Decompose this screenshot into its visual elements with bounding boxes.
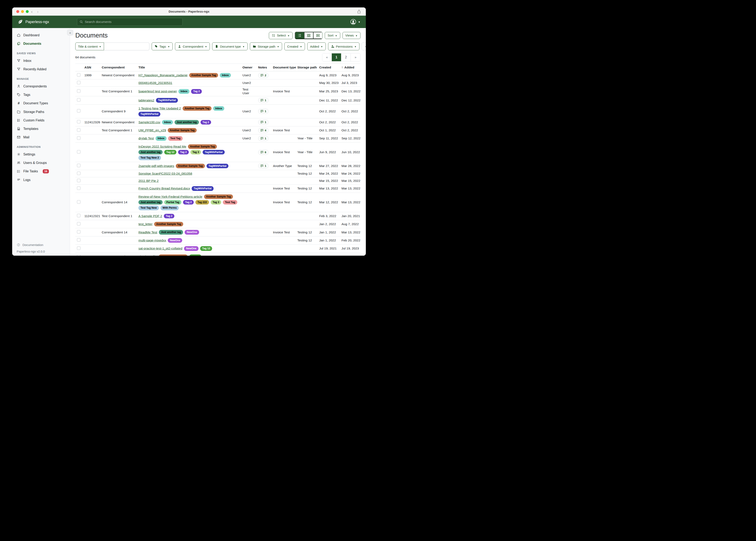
row-checkbox[interactable] <box>77 81 80 84</box>
sidebar-item-dashboard[interactable]: Dashboard <box>12 31 70 39</box>
notes-badge[interactable]: 1 <box>258 109 269 114</box>
sidebar-item-users-groups[interactable]: Users & Groups <box>12 159 70 167</box>
tag-chip[interactable]: Tag 2 <box>183 200 194 205</box>
title-content-search-input[interactable] <box>104 42 149 50</box>
forward-icon[interactable]: › <box>37 9 39 14</box>
row-checkbox[interactable] <box>77 164 80 167</box>
sidebar-item-document-types[interactable]: # Document Types <box>12 99 70 108</box>
document-title-link[interactable]: InDesign 2022 Scripting Read Me <box>138 145 186 149</box>
storage-path-filter-button[interactable]: Storage path ▼ <box>250 42 282 50</box>
document-title-link[interactable]: sat-practice-test-1_pt2-collated <box>138 247 182 250</box>
document-title-link[interactable]: A Sample PDF 2 <box>138 214 162 218</box>
tags-filter-button[interactable]: Tags ▼ <box>152 42 173 50</box>
row-checkbox[interactable] <box>77 186 80 190</box>
tag-chip[interactable]: Test Tag <box>168 136 183 141</box>
notes-badge[interactable]: 1 <box>258 120 269 125</box>
tag-chip[interactable]: Test Tag New 2 <box>138 156 161 160</box>
document-title-link[interactable]: 2011 BP Pie 2 <box>138 179 159 183</box>
document-title-link[interactable]: 1 Testing New Title Updated 2 <box>138 107 181 110</box>
app-logo[interactable]: Paperless-ngx <box>18 16 49 28</box>
tag-chip[interactable]: Inbox <box>178 89 189 94</box>
tag-chip[interactable]: NewOne <box>185 230 199 235</box>
tag-chip[interactable]: NewOne <box>168 238 182 243</box>
tag-chip[interactable]: With Perms <box>161 206 179 210</box>
sidebar-item-custom-fields[interactable]: Custom Fields <box>12 116 70 125</box>
sidebar-item-logs[interactable]: Logs <box>12 176 70 184</box>
document-title-link[interactable]: 2sample-pdf-with-images <box>138 164 174 168</box>
sidebar-item-documents[interactable]: Documents <box>12 39 70 48</box>
row-checkbox[interactable] <box>77 214 80 217</box>
document-title-link[interactable]: tablerates2 <box>138 99 154 102</box>
tag-chip[interactable]: Tag 2 <box>201 120 211 125</box>
row-checkbox[interactable] <box>77 89 80 93</box>
document-title-link[interactable]: multi-page-mixedxx <box>138 239 166 242</box>
sidebar-item-tags[interactable]: Tags <box>12 91 70 99</box>
documentation-link[interactable]: Documentation <box>12 241 70 249</box>
user-menu[interactable]: ▼ <box>350 19 360 25</box>
row-checkbox[interactable] <box>77 120 80 124</box>
tag-chip[interactable]: Inbox <box>220 73 231 78</box>
document-title-link[interactable]: Review-of-New-York-Federal-Petitions-art… <box>138 195 202 199</box>
header-owner[interactable]: Owner <box>241 64 256 71</box>
detail-view-button[interactable] <box>313 32 322 39</box>
share-icon[interactable] <box>357 9 361 14</box>
sidebar-collapse-button[interactable]: « <box>67 30 73 35</box>
correspondent-filter-button[interactable]: Correspondent ▼ <box>175 42 210 50</box>
tag-chip[interactable]: TagWithPartial <box>203 150 224 155</box>
tag-chip[interactable]: Another Sample Tag <box>154 222 183 227</box>
tag-chip[interactable]: Another Sample Tag <box>189 73 218 78</box>
header-title[interactable]: Title <box>137 64 241 71</box>
notes-badge[interactable]: 2 <box>258 73 269 78</box>
row-checkbox[interactable] <box>77 255 80 256</box>
sidebar-item-recently-added[interactable]: Recently Added <box>12 65 70 73</box>
tag-chip[interactable]: TagWithPartial <box>138 112 160 116</box>
reset-filters-button[interactable]: × Reset filters <box>362 42 366 50</box>
pagination-first[interactable]: « <box>322 53 332 61</box>
pagination-page-2[interactable]: 2 <box>341 53 351 61</box>
notes-badge[interactable]: 1 <box>258 98 269 103</box>
search-input[interactable] <box>85 20 180 24</box>
row-checkbox[interactable] <box>77 172 80 175</box>
row-checkbox[interactable] <box>77 109 80 113</box>
tag-chip[interactable]: TagWithPartial <box>156 98 178 103</box>
tag-chip[interactable]: Inbox <box>156 136 167 141</box>
header-added[interactable]: ↑Added <box>340 64 360 71</box>
sidebar-item-inbox[interactable]: Inbox <box>12 57 70 65</box>
document-title-link[interactable]: H7_Napoleon_Bonaparte_zadanie <box>138 73 188 77</box>
tag-chip[interactable]: Tag 2 <box>178 150 189 155</box>
tag-chip[interactable]: Another Sample Tag <box>176 164 205 168</box>
tag-chip[interactable]: Another Sample Tag <box>168 128 197 133</box>
pagination-last[interactable]: » <box>351 53 360 61</box>
tag-chip[interactable]: Test Tag <box>223 200 237 205</box>
row-checkbox[interactable] <box>77 200 80 204</box>
document-title-link[interactable]: Sonstige ScanPC2022 03-24_081058 <box>138 172 192 176</box>
document-title-link[interactable]: simple txt file <box>138 255 157 256</box>
tag-chip[interactable]: Partial Tag <box>164 200 181 205</box>
tag-chip[interactable]: Tag 2 <box>191 89 202 94</box>
row-checkbox[interactable] <box>77 230 80 234</box>
row-checkbox[interactable] <box>77 179 80 182</box>
document-title-link[interactable]: [paperless] test post-owner <box>138 90 177 93</box>
notes-badge[interactable]: 6 <box>258 150 269 155</box>
document-type-filter-button[interactable]: Document type ▼ <box>212 42 247 50</box>
row-checkbox[interactable] <box>77 150 80 154</box>
tag-chip[interactable]: Tag 2 <box>164 214 175 218</box>
header-document-type[interactable]: Document type <box>271 64 296 71</box>
permissions-filter-button[interactable]: Permissions ▼ <box>328 42 359 50</box>
tag-chip[interactable]: Another Sample Tag <box>159 255 188 256</box>
tag-chip[interactable]: TagWithPartial <box>207 164 228 168</box>
tag-chip[interactable]: Inbox <box>162 120 173 125</box>
row-checkbox[interactable] <box>77 222 80 226</box>
tag-chip[interactable]: Another Sample Tag <box>188 144 217 149</box>
document-title-link[interactable]: Sample100.csv <box>138 120 160 124</box>
title-content-dropdown[interactable]: Title & content ▼ <box>75 42 104 50</box>
header-storage-path[interactable]: Storage path <box>296 64 318 71</box>
row-checkbox[interactable] <box>77 73 80 77</box>
tag-chip[interactable]: Tag 222 <box>195 200 209 205</box>
notes-badge[interactable]: 1 <box>258 163 269 169</box>
row-checkbox[interactable] <box>77 247 80 250</box>
tag-chip[interactable]: Just another tag <box>175 120 199 125</box>
document-title-link[interactable]: ReadMe Test <box>138 231 157 234</box>
tag-chip[interactable]: Tag 12 <box>189 255 201 256</box>
row-checkbox[interactable] <box>77 98 80 102</box>
